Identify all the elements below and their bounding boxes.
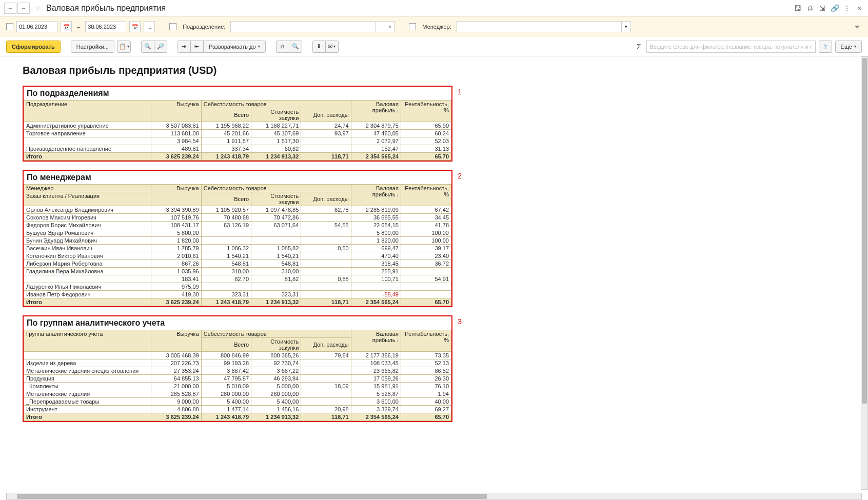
col-cost-group: Себестоимость товаров [201, 330, 351, 338]
section-3-title: По группам аналитического учета [24, 316, 451, 330]
table-row[interactable]: 3 005 468,39800 846,99800 365,2679,642 1… [24, 352, 451, 359]
settings-variant-button[interactable]: 📋▾ [117, 41, 131, 53]
table-row[interactable]: Иванов Петр Федорович419,30323,31323,31-… [24, 291, 451, 298]
settings-button[interactable]: Настройки... [71, 41, 114, 53]
unfold-to-button[interactable]: Разворачивать до ▾ [203, 41, 266, 53]
print-icon[interactable]: ⎙ [805, 4, 815, 13]
table-row[interactable]: Орлов Александр Владимирович3 394 390,89… [24, 206, 451, 214]
report-area: Валовая прибыль предприятия (USD) 1 По п… [0, 56, 868, 434]
collapse-all-button[interactable]: ⇤ [190, 41, 204, 53]
col-group: Группа аналитического учета [24, 330, 151, 352]
department-combo[interactable]: ... × [230, 21, 394, 32]
col-cost-group: Себестоимость товаров [201, 185, 351, 192]
preview-button[interactable]: 🔍 [289, 41, 302, 53]
table-row[interactable]: Котеночкин Виктор Иванович2 010,611 540,… [24, 252, 451, 260]
table-managers: Менеджер Выручка Себестоимость товаров В… [24, 184, 451, 306]
date-to-input[interactable]: 30.06.2023 [85, 21, 126, 32]
col-cost-total: Всего [201, 338, 251, 352]
kebab-icon[interactable]: ⋮ [842, 4, 852, 13]
table-row[interactable]: Федоров Борис Михайлович108 431,1763 126… [24, 222, 451, 229]
table-row[interactable]: Производственное направление489,81337,34… [24, 145, 451, 153]
expand-all-button[interactable]: ⇥ [177, 41, 191, 53]
table-row[interactable]: Торговое направление113 681,0845 201,664… [24, 130, 451, 137]
manager-dropdown-icon[interactable]: ▾ [621, 22, 630, 32]
table-total-row: Итого3 625 239,241 243 418,791 234 913,3… [24, 298, 451, 306]
link-icon[interactable]: 🔗 [830, 4, 839, 13]
email-report-button[interactable]: ✉▾ [325, 41, 339, 53]
section-groups: 3 По группам аналитического учета Группа… [23, 315, 452, 422]
date-from-calendar-button[interactable]: 📅 [61, 21, 72, 32]
table-row[interactable]: Изделия из дерева207 226,7399 193,2892 7… [24, 359, 451, 367]
table-row[interactable]: Либерзон Мария Робертовна867,26548,81548… [24, 260, 451, 268]
filter-icon[interactable]: ⏷ [853, 22, 862, 31]
filter-search-input[interactable] [646, 41, 816, 53]
nav-forward-button[interactable]: → [17, 3, 30, 14]
col-gross: Валовая прибыль↓ [351, 185, 401, 206]
table-row[interactable]: _Комплекты21 000,005 018,095 000,0018,09… [24, 383, 451, 390]
sort-desc-icon: ↓ [396, 338, 399, 343]
col-cost-extra: Доп. расходы [301, 338, 351, 352]
col-cost-purchase: Стоимость закупки [251, 108, 301, 122]
vertical-scrollbar[interactable] [861, 56, 868, 434]
table-row[interactable]: 183,4182,7081,820,88100,7154,91 [24, 275, 451, 283]
table-row[interactable]: Лазуренко Илья Николаевич975,09 [24, 283, 451, 291]
table-row[interactable]: Бунин Эдуард Михайлович1 820,001 820,001… [24, 237, 451, 245]
table-row[interactable]: Продукция64 855,1347 795,8746 293,9417 0… [24, 375, 451, 383]
section-departments: 1 По подразделениям Подразделение Выручк… [23, 86, 452, 162]
save-report-button[interactable]: ⬇ [312, 41, 326, 53]
department-clear-icon[interactable]: × [385, 22, 394, 32]
favorite-icon[interactable]: ☆ [33, 4, 42, 13]
manager-label: Менеджер: [422, 24, 451, 30]
table-groups: Группа аналитического учета Выручка Себе… [24, 330, 451, 421]
nav-back-button[interactable]: ← [4, 3, 16, 14]
section-managers: 2 По менеджерам Менеджер Выручка Себесто… [23, 170, 452, 307]
department-label: Подразделение: [183, 24, 225, 30]
table-row[interactable]: Металлические изделия специзготовления27… [24, 367, 451, 375]
table-row[interactable]: _Перепродаваемые товары9 000,005 400,005… [24, 398, 451, 406]
period-checkbox[interactable] [6, 23, 13, 30]
col-cost-extra: Доп. расходы [301, 108, 351, 122]
col-department: Подразделение [24, 101, 151, 122]
table-row[interactable]: Бушуев Эдгар Романович5 800,005 800,0010… [24, 229, 451, 237]
sort-desc-icon: ↓ [396, 192, 399, 197]
date-dash: – [77, 24, 80, 30]
manager-checkbox[interactable] [409, 23, 416, 30]
help-button[interactable]: ? [819, 41, 832, 53]
close-icon[interactable]: × [855, 4, 864, 13]
col-order: Заказ клиента / Реализация [24, 192, 151, 206]
department-checkbox[interactable] [169, 23, 176, 30]
table-departments: Подразделение Выручка Себестоимость това… [24, 100, 451, 161]
save-icon[interactable]: 🖫 [793, 4, 802, 13]
col-profit: Рентабельность, % [401, 330, 451, 352]
table-row[interactable]: Гладилина Вера Михайловна1 035,96310,003… [24, 268, 451, 275]
find-button[interactable]: 🔍 [141, 41, 154, 53]
export-icon[interactable]: ⇲ [818, 4, 827, 13]
col-revenue: Выручка [151, 101, 201, 122]
annotation-3: 3 [458, 317, 462, 326]
department-dropdown-icon[interactable]: ... [376, 22, 385, 32]
col-profit: Рентабельность, % [401, 185, 451, 206]
table-row[interactable]: Соколов Максим Игоревич107 519,7670 480,… [24, 214, 451, 222]
col-revenue: Выручка [151, 185, 201, 206]
period-select-button[interactable]: ... [144, 21, 155, 32]
print-button[interactable]: ⎙ [276, 41, 289, 53]
table-row[interactable]: Инструмент4 806,881 477,141 456,1620,983… [24, 406, 451, 413]
col-gross: Валовая прибыль↓ [351, 330, 401, 352]
col-cost-total: Всего [201, 192, 251, 206]
more-button[interactable]: Еще ▾ [835, 41, 862, 53]
generate-button[interactable]: Сформировать [6, 41, 61, 53]
col-cost-purchase: Стоимость закупки [251, 338, 301, 352]
find-next-button[interactable]: 🔎 [154, 41, 167, 53]
section-1-title: По подразделениям [24, 87, 451, 100]
table-row[interactable]: 3 984,541 911,571 517,302 072,9752,03 [24, 137, 451, 145]
manager-combo[interactable]: ▾ [457, 21, 631, 32]
col-cost-total: Всего [201, 108, 251, 122]
sort-desc-icon: ↓ [396, 108, 399, 113]
date-to-calendar-button[interactable]: 📅 [129, 21, 141, 32]
filter-bar: 01.06.2023 📅 – 30.06.2023 📅 ... Подразде… [0, 16, 868, 37]
date-from-input[interactable]: 01.06.2023 [16, 21, 57, 32]
table-row[interactable]: Металлические изделия285 528,87280 000,0… [24, 390, 451, 398]
table-row[interactable]: Административное управление3 507 083,811… [24, 122, 451, 130]
table-row[interactable]: Васечкин Иван Иванович1 785,791 086,321 … [24, 245, 451, 252]
title-bar: ← → ☆ Валовая прибыль предприятия 🖫 ⎙ ⇲ … [0, 0, 868, 16]
